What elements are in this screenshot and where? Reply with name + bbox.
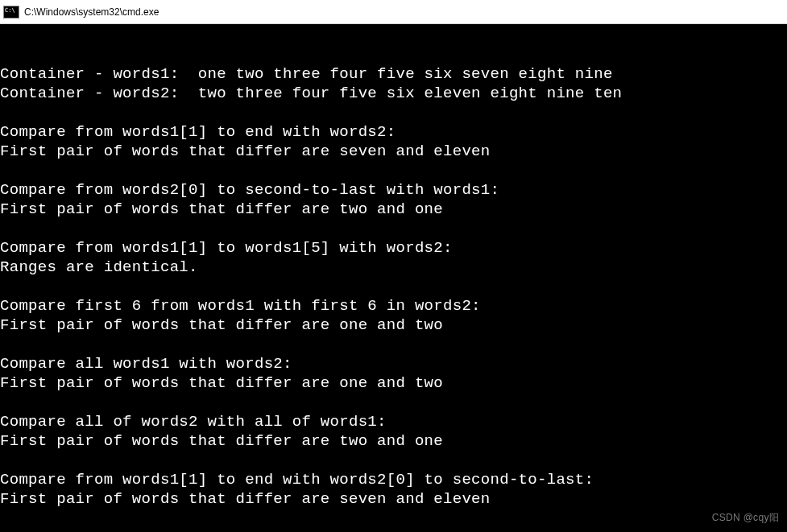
- console-line: Compare all words1 with words2:: [0, 354, 787, 373]
- console-line: Ranges are identical.: [0, 258, 787, 277]
- console-line: [0, 219, 787, 238]
- console-line: Compare from words1[1] to end with words…: [0, 470, 787, 489]
- console-line: [0, 335, 787, 354]
- console-line: [0, 277, 787, 296]
- window-titlebar[interactable]: C:\Windows\system32\cmd.exe: [0, 0, 787, 24]
- cmd-icon: [3, 6, 19, 19]
- console-line: First pair of words that differ are one …: [0, 315, 787, 335]
- console-line: Compare from words1[1] to words1[5] with…: [0, 238, 787, 258]
- console-line: Compare from words1[1] to end with words…: [0, 122, 787, 142]
- console-line: Compare first 6 from words1 with first 6…: [0, 296, 787, 315]
- console-line: First pair of words that differ are one …: [0, 373, 787, 393]
- console-output: Container - words1: one two three four f…: [0, 64, 787, 509]
- console-line: Compare from words2[0] to second-to-last…: [0, 180, 787, 200]
- console-line: First pair of words that differ are two …: [0, 431, 787, 451]
- console-line: [0, 103, 787, 122]
- console-line: [0, 451, 787, 470]
- console-line: Container - words2: two three four five …: [0, 84, 787, 103]
- console-line: [0, 393, 787, 412]
- console-area[interactable]: Container - words1: one two three four f…: [0, 24, 787, 532]
- console-line: [0, 161, 787, 180]
- watermark: CSDN @cqy阳: [712, 508, 779, 527]
- window-title: C:\Windows\system32\cmd.exe: [24, 6, 159, 18]
- console-line: First pair of words that differ are two …: [0, 200, 787, 219]
- console-line: First pair of words that differ are seve…: [0, 489, 787, 509]
- console-line: Container - words1: one two three four f…: [0, 64, 787, 84]
- console-line: Compare all of words2 with all of words1…: [0, 412, 787, 431]
- console-line: First pair of words that differ are seve…: [0, 142, 787, 161]
